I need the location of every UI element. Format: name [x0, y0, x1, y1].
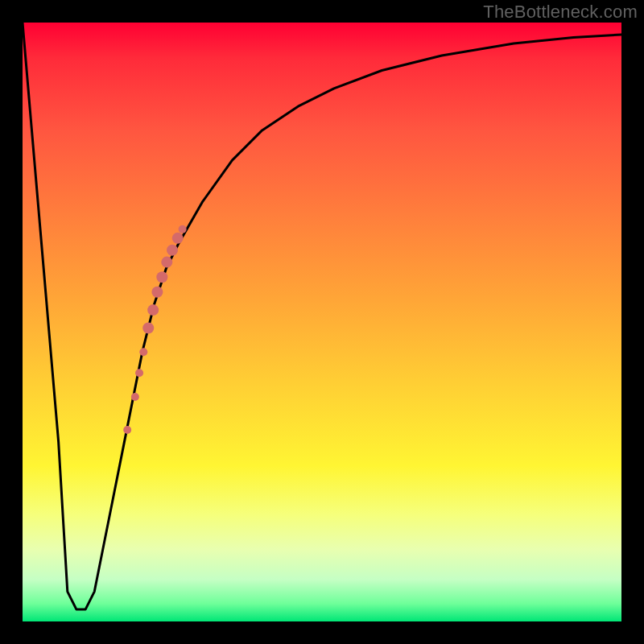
- data-marker: [147, 304, 159, 316]
- chart-svg: [23, 23, 621, 621]
- chart-frame: TheBottleneck.com: [0, 0, 644, 644]
- data-marker: [131, 393, 139, 401]
- bottleneck-curve: [23, 23, 621, 609]
- data-marker: [142, 322, 154, 333]
- data-marker: [123, 426, 131, 434]
- data-marker: [167, 245, 178, 256]
- data-marker: [161, 257, 172, 268]
- data-marker: [151, 287, 163, 298]
- data-marker: [179, 225, 187, 233]
- plot-area: [23, 23, 621, 621]
- data-marker: [135, 369, 143, 377]
- data-marker: [172, 233, 184, 244]
- data-marker: [139, 348, 147, 356]
- data-marker: [156, 271, 167, 283]
- watermark-text: TheBottleneck.com: [483, 2, 638, 23]
